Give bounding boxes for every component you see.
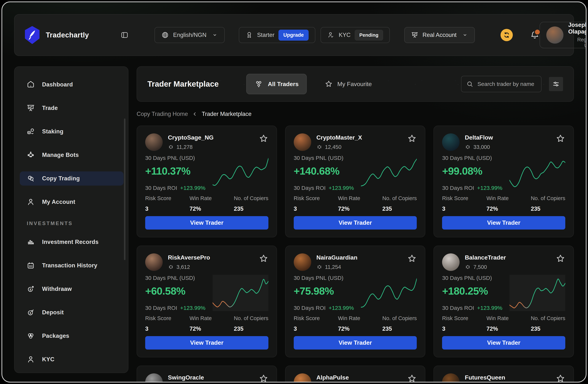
trader-card[interactable]: DeltaFlow 33,000	[434, 126, 574, 237]
favourite-star-button[interactable]	[556, 374, 565, 382]
refresh-icon	[503, 31, 510, 39]
favourite-star-button[interactable]	[407, 254, 417, 263]
followers-row: 11,278	[168, 144, 213, 150]
card-header: DeltaFlow 33,000	[442, 134, 565, 151]
language-selector[interactable]: English/NGN	[154, 27, 225, 43]
sidebar-item-label: Investment Records	[42, 239, 99, 245]
favourite-star-button[interactable]	[407, 374, 417, 382]
sidebar-item-label: Manage Bots	[42, 152, 79, 158]
star-icon	[407, 254, 417, 263]
followers-row: 7,500	[465, 264, 506, 270]
sidebar-item[interactable]: Transaction History	[20, 258, 124, 272]
tab-my-favourite[interactable]: My Favourite	[325, 80, 372, 88]
pnl-label: 30 Days PNL (USD)	[145, 275, 206, 281]
trader-name: FuturesQueen	[465, 374, 505, 381]
sidebar-item[interactable]: Trade	[20, 101, 124, 115]
kyc-label: KYC	[339, 32, 351, 38]
sidebar-item-label: Packages	[42, 333, 69, 339]
upgrade-button[interactable]: Upgrade	[278, 30, 309, 41]
view-trader-button[interactable]: View Trader	[145, 216, 268, 229]
win-rate-value: 72%	[189, 325, 234, 332]
avatar	[145, 134, 163, 151]
copiers-value: 235	[531, 325, 565, 332]
view-trader-button[interactable]: View Trader	[442, 336, 565, 350]
sidebar-item[interactable]: Manage Bots	[20, 148, 124, 162]
risk-score-label: Risk Score	[294, 195, 338, 202]
refresh-button[interactable]	[501, 29, 513, 41]
plan-pill[interactable]: Starter Upgrade	[239, 27, 315, 43]
sidebar-scrollbar[interactable]	[124, 118, 126, 260]
sidebar-item[interactable]: KYC	[20, 352, 124, 366]
sidebar-toggle-icon[interactable]	[120, 31, 129, 39]
sidebar-item[interactable]: Withdraaw	[20, 282, 124, 296]
user-menu[interactable]: Joseph Olapagbo Regular User	[540, 22, 587, 48]
pnl-label: 30 Days PNL (USD)	[442, 275, 502, 281]
win-rate-label: Win Rate	[189, 195, 234, 202]
favourite-star-button[interactable]	[259, 254, 268, 263]
search-input[interactable]	[477, 81, 536, 87]
followers-count: 11,254	[325, 264, 341, 270]
favourite-star-button[interactable]	[259, 134, 268, 143]
sidebar-item[interactable]: Dashboard	[20, 77, 124, 92]
notifications-button[interactable]	[530, 30, 540, 40]
sidebar-item[interactable]: My Account	[20, 195, 124, 209]
breadcrumb-parent-link[interactable]: Copy Trading Home	[137, 111, 188, 117]
win-rate-label: Win Rate	[338, 195, 382, 202]
sidebar-item[interactable]: Investment Records	[20, 235, 124, 249]
roi-value: +123.99%	[329, 305, 354, 311]
avatar	[145, 253, 163, 271]
trader-name: SwingOracle	[168, 374, 204, 381]
risk-score-label: Risk Score	[145, 315, 189, 321]
trader-card[interactable]: CryptoMaster_X 12,450	[285, 126, 425, 237]
trader-card-partial[interactable]: AlphaPulse	[285, 365, 425, 382]
avatar	[294, 134, 311, 151]
copy-icon	[26, 174, 35, 183]
sidebar-item-label: Trade	[42, 105, 58, 112]
breadcrumb-current: Trader Marketplace	[202, 111, 252, 117]
sidebar-item[interactable]: Packages	[20, 329, 124, 343]
user-icon	[26, 355, 35, 364]
chevron-down-icon	[212, 32, 218, 38]
pnl-label: 30 Days PNL (USD)	[294, 275, 354, 281]
card-header: NairaGuardian 11,254	[294, 253, 417, 271]
sidebar-item-label: Withdraaw	[42, 286, 72, 292]
favourite-star-button[interactable]	[556, 254, 565, 263]
filter-button[interactable]	[549, 77, 563, 91]
card-body: 30 Days PNL (USD) +110.37% 30 Days ROI +…	[145, 155, 268, 191]
risk-score-value: 3	[145, 205, 189, 212]
view-trader-button[interactable]: View Trader	[145, 336, 268, 350]
users-icon	[254, 80, 263, 88]
view-trader-button[interactable]: View Trader	[294, 216, 417, 229]
sidebar-item[interactable]: Staking	[20, 124, 124, 139]
card-header: BalanceTrader 7,500	[442, 253, 565, 271]
card-stats: Risk Score 3 Win Rate 72% No. of Copiers…	[294, 195, 417, 212]
view-trader-button[interactable]: View Trader	[294, 336, 417, 350]
copiers-value: 235	[382, 325, 417, 332]
trader-card[interactable]: RiskAversePro 3,612	[137, 246, 277, 357]
breadcrumb: Copy Trading Home Trader Marketplace	[137, 110, 574, 118]
sidebar-item[interactable]: Deposit	[20, 305, 124, 319]
tab-all-traders[interactable]: All Traders	[246, 74, 307, 94]
sidebar-item-label: KYC	[42, 356, 55, 363]
kyc-pill[interactable]: KYC Pending	[320, 27, 390, 43]
trader-card-partial[interactable]: SwingOracle	[137, 365, 277, 382]
card-header: RiskAversePro 3,612	[145, 253, 268, 271]
card-header: SwingOracle	[145, 373, 268, 382]
sidebar-item[interactable]: Copy Trading	[20, 171, 124, 186]
trader-card[interactable]: BalanceTrader 7,500	[434, 246, 574, 357]
roi-value: +123.99%	[180, 305, 206, 311]
marketplace-toolbar: Trader Marketplace All Traders My Favour…	[137, 66, 574, 102]
favourite-star-button[interactable]	[259, 374, 268, 382]
view-trader-button[interactable]: View Trader	[442, 216, 565, 229]
win-rate-value: 72%	[338, 325, 382, 332]
favourite-star-button[interactable]	[556, 134, 565, 143]
favourite-star-button[interactable]	[407, 134, 417, 143]
trader-card[interactable]: NairaGuardian 11,254	[285, 246, 425, 357]
trader-name: CryptoMaster_X	[316, 134, 362, 141]
followers-row: 3,612	[168, 264, 210, 270]
account-type-selector[interactable]: Real Account	[404, 27, 475, 43]
trader-card[interactable]: CryptoSage_NG 11,278	[137, 126, 277, 237]
sidebar-item-label: My Account	[42, 199, 75, 205]
trader-card-partial[interactable]: FuturesQueen	[434, 365, 574, 382]
roi-label: 30 Days ROI	[294, 305, 326, 311]
